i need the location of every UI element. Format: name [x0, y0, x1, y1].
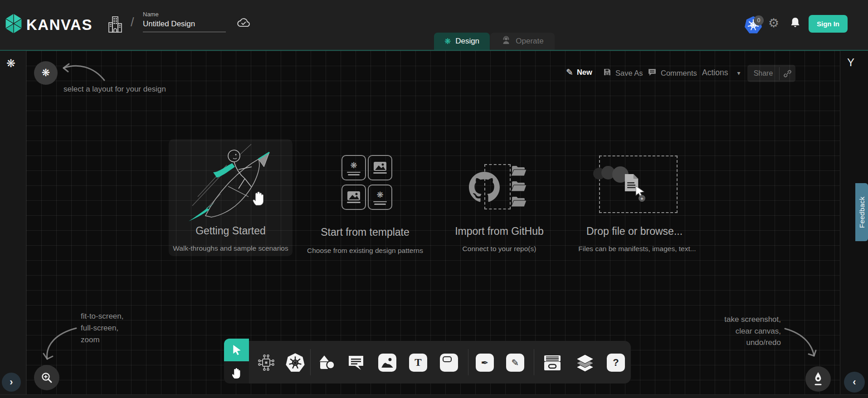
- comment-tool-button[interactable]: [347, 355, 365, 373]
- toolbar-divider: [534, 349, 534, 375]
- design-name-input[interactable]: [143, 19, 226, 32]
- screenshot-hint-line-1: take screenshot,: [658, 315, 781, 324]
- design-name-label: Name: [143, 11, 159, 18]
- actions-label: Actions: [702, 68, 728, 78]
- pen-actions-button[interactable]: [805, 366, 831, 392]
- getting-started-title: Getting Started: [169, 225, 293, 237]
- screenshot-hint-arrow: [782, 324, 821, 363]
- zoom-hint-line-3: zoom: [81, 335, 100, 345]
- layout-hint-text: select a layout for your design: [63, 85, 166, 94]
- chevron-down-icon: ▾: [737, 69, 740, 77]
- comment-bubble-icon: [347, 355, 365, 371]
- drop-title: Drop file or browse...: [580, 225, 688, 238]
- sidebar-expand-button[interactable]: ›: [2, 373, 21, 392]
- toolbar-divider: [310, 349, 311, 375]
- kubernetes-tool-button[interactable]: [285, 353, 305, 374]
- folder-icon: [511, 196, 527, 208]
- sidebar-spiral-icon[interactable]: ❋: [6, 57, 15, 70]
- template-image-icon: [374, 162, 386, 171]
- folder-icon: [511, 180, 527, 192]
- cloud-sync-icon: [236, 17, 250, 29]
- github-title: Import from GitHub: [447, 225, 552, 238]
- save-as-button[interactable]: Save As: [603, 68, 643, 78]
- screenshot-hint-line-2: clear canvas,: [658, 327, 781, 336]
- comments-icon: [648, 68, 657, 78]
- left-sidebar: [0, 51, 26, 394]
- template-tile-image-2: [341, 184, 366, 210]
- template-subtitle: Choose from existing design patterns: [297, 247, 433, 255]
- github-icon: [469, 172, 500, 203]
- pencil-icon: ✎: [566, 67, 573, 78]
- shapes-tool-button[interactable]: [317, 354, 336, 373]
- connection-tool-button[interactable]: [257, 354, 275, 374]
- template-spiral-icon: ❋: [376, 190, 383, 200]
- magnifier-plus-icon: [40, 371, 53, 384]
- layers-icon: [575, 354, 595, 372]
- folder-icon: [511, 165, 527, 177]
- zoom-hint-line-2: full-screen,: [81, 324, 118, 333]
- note-icon: [443, 356, 452, 362]
- tab-operate-label: Operate: [516, 37, 543, 46]
- notifications-bell-icon[interactable]: [790, 17, 800, 31]
- share-label: Share: [747, 69, 779, 78]
- image-tool-button[interactable]: [378, 354, 396, 372]
- comments-button[interactable]: Comments: [648, 68, 697, 78]
- feedback-tab[interactable]: Feedback: [855, 183, 868, 241]
- pen-tool-button[interactable]: ✒: [476, 354, 494, 372]
- actions-dropdown[interactable]: Actions ▾: [702, 68, 740, 78]
- shapes-icon: [317, 354, 336, 371]
- breadcrumb-separator: /: [131, 15, 134, 29]
- org-building-icon[interactable]: [107, 15, 123, 35]
- tab-operate[interactable]: Operate: [490, 33, 555, 50]
- k8s-count-badge: 0: [754, 15, 764, 25]
- floppy-icon: [603, 68, 611, 78]
- kubernetes-wheel-icon: [285, 353, 305, 373]
- help-tool-button[interactable]: ?: [607, 354, 625, 372]
- bottom-scroll-strip: [0, 394, 868, 398]
- new-button[interactable]: ✎ New: [566, 67, 592, 78]
- right-dock-handle[interactable]: Y: [845, 56, 856, 69]
- screenshot-hint-line-3: undo/redo: [658, 338, 781, 347]
- plus-badge: +: [639, 195, 645, 202]
- github-subtitle: Connect to your repo(s): [447, 245, 552, 253]
- operate-headset-icon: [501, 35, 511, 48]
- drawer-tool-button[interactable]: [542, 354, 562, 373]
- hand-icon: [231, 366, 243, 379]
- template-tile-spiral-2: ❋: [368, 184, 392, 210]
- template-title: Start from template: [299, 226, 431, 238]
- design-spiral-icon: ❋: [444, 37, 451, 46]
- toolbar-divider: [468, 349, 468, 375]
- share-button[interactable]: Share: [747, 65, 795, 82]
- template-tile-image-1: [368, 155, 392, 180]
- pan-tool-button[interactable]: [224, 361, 249, 383]
- dock-collapse-button[interactable]: ‹: [844, 372, 865, 393]
- brand-logo-icon[interactable]: [5, 13, 23, 36]
- save-as-label: Save As: [615, 69, 643, 78]
- getting-started-subtitle: Walk-throughs and sample scenarios: [163, 244, 298, 252]
- share-link-icon: [779, 67, 795, 80]
- kanvas-app: KANVAS / Name ❋ Design: [0, 0, 868, 398]
- pen-nib-icon: [812, 372, 824, 386]
- layout-hint-arrow: [59, 60, 109, 84]
- zoom-hint-line-1: fit-to-screen,: [81, 312, 123, 321]
- template-spiral-icon: ❋: [350, 160, 357, 170]
- layers-tool-button[interactable]: [575, 354, 595, 374]
- select-tool-button[interactable]: [224, 339, 249, 361]
- tab-design-label: Design: [455, 37, 479, 46]
- circuit-icon: [257, 354, 275, 372]
- zoom-button[interactable]: [34, 365, 59, 390]
- sign-in-button[interactable]: Sign In: [809, 15, 848, 33]
- drawer-icon: [542, 354, 562, 371]
- settings-gear-icon[interactable]: ⚙: [768, 17, 779, 29]
- pencil-tool-button[interactable]: ✎: [506, 354, 524, 372]
- note-tool-button[interactable]: [440, 354, 458, 372]
- template-image-icon: [347, 191, 360, 200]
- cursor-arrow-icon: [231, 344, 242, 356]
- tab-design[interactable]: ❋ Design: [434, 33, 490, 50]
- text-tool-button[interactable]: T: [409, 354, 427, 372]
- zoom-hint-arrow: [36, 322, 82, 365]
- layout-select-button[interactable]: ❋: [34, 61, 58, 85]
- new-button-label: New: [577, 68, 592, 77]
- rocket-doodle-illustration: [185, 143, 276, 223]
- comments-label: Comments: [661, 69, 697, 78]
